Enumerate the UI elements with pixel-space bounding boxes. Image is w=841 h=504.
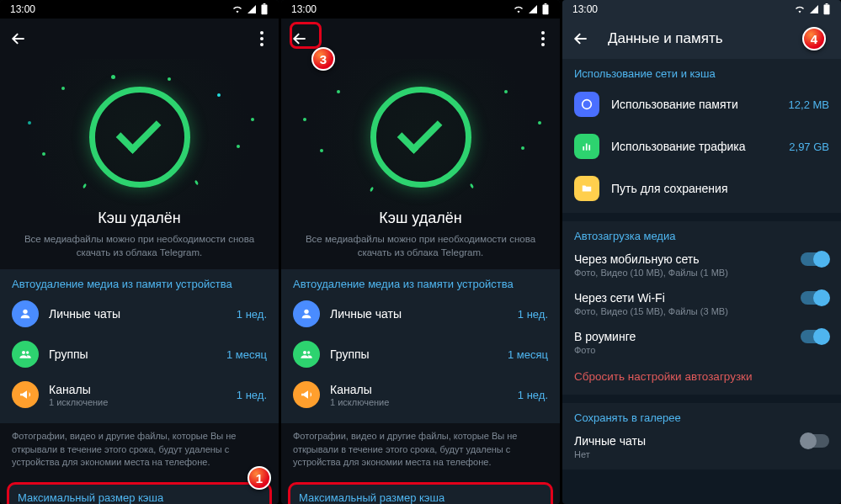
row-storage-usage[interactable]: Использование памяти 12,2 MB — [574, 83, 829, 125]
svg-point-4 — [26, 352, 29, 354]
svg-point-9 — [307, 352, 310, 354]
status-icons — [513, 3, 550, 15]
row-private-chats[interactable]: Личные чаты 1 нед. — [12, 294, 267, 334]
row-sublabel: Фото, Видео (10 MB), Файлы (1 MB) — [574, 268, 801, 278]
wifi-icon — [794, 4, 806, 14]
row-label: Через мобильную сеть — [574, 252, 801, 266]
toggle-mobile[interactable] — [801, 252, 829, 266]
row-channels[interactable]: Каналы 1 исключение 1 нед. — [12, 374, 267, 415]
row-mobile-data[interactable]: Через мобильную сеть Фото, Видео (10 MB)… — [574, 246, 829, 284]
back-button[interactable] — [572, 30, 589, 47]
status-time: 13:00 — [291, 3, 317, 15]
row-label: Использование трафика — [611, 140, 745, 153]
folder-icon — [574, 176, 599, 201]
status-time: 13:00 — [572, 3, 598, 15]
statusbar: 13:00 — [562, 0, 841, 19]
autoload-section: Автозагрузка медиа Через мобильную сеть … — [562, 221, 841, 395]
page-title: Данные и память — [608, 30, 723, 47]
row-traffic-usage[interactable]: Использование трафика 2,97 GB — [574, 125, 829, 167]
row-value: 12,2 MB — [789, 98, 829, 111]
row-label: В роуминге — [574, 330, 801, 343]
row-value: 1 месяц — [508, 348, 548, 361]
more-menu-button[interactable] — [255, 26, 269, 51]
signal-icon — [528, 4, 538, 14]
reset-autoload-button[interactable]: Сбросить настройки автозагрузки — [574, 362, 829, 391]
gallery-section: Сохранять в галерее Личные чаты Нет — [562, 403, 841, 470]
statusbar: 13:00 — [0, 0, 279, 19]
back-button[interactable] — [10, 30, 27, 47]
gallery-header: Сохранять в галерее — [574, 411, 829, 424]
row-groups[interactable]: Группы 1 месяц — [293, 334, 548, 374]
svg-point-2 — [23, 310, 27, 314]
max-cache-highlight: Максимальный размер кэша 5 GB 16 GB ∞ 2 — [288, 482, 553, 504]
autodelete-footer: Фотографии, видео и другие файлы, которы… — [281, 423, 560, 479]
svg-rect-1 — [263, 3, 266, 4]
annotation-badge-4: 4 — [802, 27, 826, 50]
group-icon — [12, 341, 39, 368]
svg-rect-6 — [545, 3, 547, 4]
row-wifi[interactable]: Через сети Wi-Fi Фото, Видео (15 MB), Фа… — [574, 284, 829, 323]
autodelete-header: Автоудаление медиа из памяти устройства — [12, 278, 267, 290]
toggle-gallery-private[interactable] — [801, 434, 829, 448]
row-sublabel: 1 исключение — [330, 397, 518, 407]
row-label: Группы — [330, 347, 508, 361]
row-private-chats[interactable]: Личные чаты 1 нед. — [293, 294, 548, 334]
phone-screen-2: 13:00 3 Кэш удалён Все медиафайлы можно … — [281, 0, 560, 504]
row-label: Каналы — [49, 383, 237, 396]
wifi-icon — [232, 4, 243, 14]
status-icons — [232, 3, 269, 15]
autodelete-footer: Фотографии, видео и другие файлы, которы… — [0, 423, 279, 479]
row-roaming[interactable]: В роуминге Фото — [574, 323, 829, 362]
signal-icon — [809, 4, 819, 14]
row-channels[interactable]: Каналы 1 исключение 1 нед. — [293, 374, 548, 415]
row-value: 1 месяц — [226, 348, 267, 361]
svg-rect-15 — [588, 145, 590, 150]
row-value: 1 нед. — [518, 308, 548, 321]
svg-rect-10 — [824, 4, 830, 14]
row-groups[interactable]: Группы 1 месяц — [12, 334, 267, 374]
person-icon — [12, 300, 39, 327]
row-label: Группы — [49, 347, 226, 361]
svg-point-3 — [22, 351, 25, 354]
row-label: Личные чаты — [49, 307, 237, 321]
autoload-header: Автозагрузка медиа — [574, 230, 829, 242]
cache-cleared-subtitle: Все медиафайлы можно при необходимости с… — [281, 227, 560, 269]
max-cache-header: Максимальный размер кэша — [299, 491, 542, 504]
status-icons — [794, 3, 831, 15]
row-save-path[interactable]: Путь для сохранения — [574, 167, 829, 210]
group-icon — [293, 341, 320, 368]
autodelete-header: Автоудаление медиа из памяти устройства — [293, 278, 548, 290]
annotation-badge-3: 3 — [311, 47, 335, 71]
row-sublabel: Фото, Видео (15 MB), Файлы (3 MB) — [574, 306, 801, 316]
row-label: Через сети Wi-Fi — [574, 291, 801, 305]
row-value: 1 нед. — [518, 389, 548, 401]
svg-rect-11 — [826, 3, 828, 4]
row-gallery-private[interactable]: Личные чаты Нет — [574, 427, 829, 466]
svg-point-7 — [304, 310, 308, 314]
network-section: Использование сети и кэша Использование … — [562, 59, 841, 213]
megaphone-icon — [293, 381, 320, 408]
svg-rect-13 — [583, 146, 584, 151]
more-menu-button[interactable] — [536, 26, 550, 51]
cache-cleared-graphic — [281, 59, 560, 215]
phone-screen-1: 13:00 Кэш удалён Все медиафайлы можно пр… — [0, 0, 279, 504]
row-value: 1 нед. — [237, 308, 267, 321]
signal-icon — [247, 4, 257, 14]
row-label: Путь для сохранения — [611, 182, 727, 195]
toggle-roaming[interactable] — [801, 330, 829, 343]
megaphone-icon — [12, 381, 39, 408]
svg-point-12 — [583, 100, 592, 109]
row-value: 2,97 GB — [789, 141, 829, 153]
svg-rect-0 — [262, 4, 268, 14]
person-icon — [293, 300, 320, 327]
status-time: 13:00 — [10, 3, 35, 15]
max-cache-highlight: 1 Максимальный размер кэша 5 GB 16 GB ∞ — [7, 482, 272, 504]
network-header: Использование сети и кэша — [574, 67, 829, 80]
statusbar: 13:00 — [281, 0, 560, 19]
row-label: Использование памяти — [611, 98, 738, 111]
toggle-wifi[interactable] — [801, 291, 829, 305]
row-value: 1 нед. — [237, 389, 267, 401]
cache-cleared-graphic — [0, 59, 279, 215]
battery-icon — [541, 3, 550, 15]
row-sublabel: Фото — [574, 345, 801, 355]
